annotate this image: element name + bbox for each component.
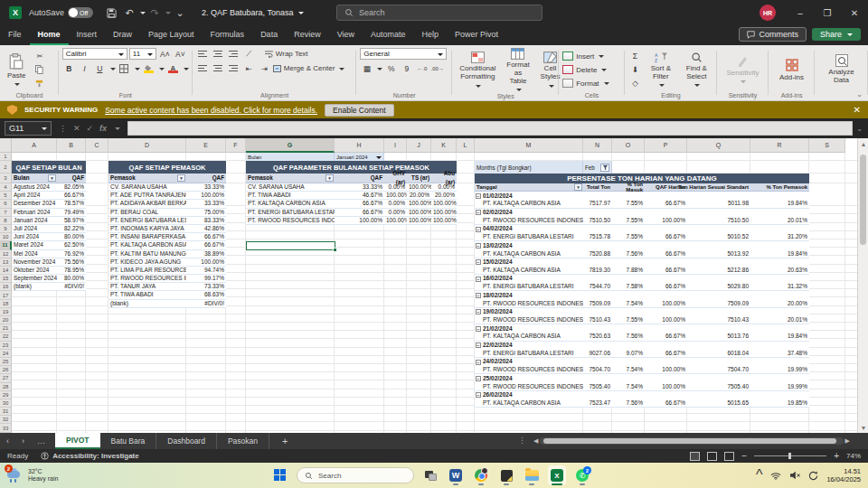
- date-group-row[interactable]: − 01/02/2024: [475, 192, 809, 200]
- sheet-tab[interactable]: PIVOT: [55, 433, 100, 449]
- table-row[interactable]: PT. KALTIM BATU MANUNGGAL 38.89%: [108, 250, 226, 258]
- row-header-7[interactable]: 7: [0, 209, 12, 217]
- table-row[interactable]: PT. LIMA PILAR RESOURCES 94.74%: [108, 267, 226, 275]
- undo-icon[interactable]: ↶: [121, 5, 137, 21]
- collapse-icon[interactable]: −: [476, 343, 481, 348]
- scroll-left-icon[interactable]: ◀: [533, 437, 538, 445]
- column-header-N[interactable]: N: [583, 138, 612, 153]
- underline-dropdown-icon[interactable]: [110, 68, 116, 73]
- accounting-format-icon[interactable]: ▦: [360, 62, 373, 74]
- page-layout-view-icon[interactable]: [707, 452, 717, 461]
- collapse-icon[interactable]: −: [476, 277, 481, 282]
- copy-icon[interactable]: [33, 64, 46, 76]
- table-row[interactable]: Maret 2024 62.50%: [12, 241, 86, 249]
- borders-dropdown-icon[interactable]: [135, 68, 140, 73]
- table-row[interactable]: PT. KALTAQA CARBON ASIA 7523.47 7.56% 66…: [475, 399, 809, 408]
- undo-dropdown-icon[interactable]: [140, 12, 146, 17]
- ribbon-tab[interactable]: Power Pivot: [447, 25, 506, 45]
- row-header-24[interactable]: 24: [0, 350, 12, 358]
- table-row[interactable]: PT. KALTAQA CARBON ASIA 7520.88 7.56% 66…: [475, 250, 809, 258]
- table-row[interactable]: Agustus 2024 82.05%: [12, 183, 86, 192]
- collapse-icon[interactable]: −: [476, 293, 481, 298]
- table-row[interactable]: PT. KALTAQA CARBON ASIA 7819.30 7.88% 66…: [475, 267, 809, 275]
- table-row[interactable]: PT. KIDECO JAYA AGUNG 100.00%: [108, 258, 226, 267]
- table-row[interactable]: PT. TANUR JAYA 73.33%: [108, 283, 226, 291]
- column-header-O[interactable]: O: [612, 138, 645, 153]
- row-header-30[interactable]: 30: [0, 399, 12, 408]
- align-center-icon[interactable]: [212, 62, 225, 74]
- table-row[interactable]: PT. ENERGI BATUBARA LESTARI 83.33%: [108, 217, 226, 225]
- bold-button[interactable]: B: [62, 62, 76, 74]
- ribbon-tab[interactable]: Help: [414, 25, 448, 45]
- table-row[interactable]: (blank) #DIV/0!: [12, 283, 86, 291]
- ribbon-tab[interactable]: Home: [30, 25, 69, 45]
- row-header-22[interactable]: 22: [0, 333, 12, 341]
- table-row[interactable]: PT. TIWA ABADI 46.67% 100.00% 20.00% 20.…: [246, 192, 457, 200]
- table-row[interactable]: PT. RWOOD RESOURCES INDONESIA 7510.50 7.…: [475, 217, 809, 225]
- table-row[interactable]: Oktober 2024 78.95%: [12, 267, 86, 275]
- sheet-grid[interactable]: ABCDEFGHIJKLMNOPQRS 12345678910111213141…: [0, 138, 868, 433]
- table-row[interactable]: PT. ADIDAYA AKBAR BERKARYA 33.33%: [108, 200, 226, 208]
- table-row[interactable]: Desember 2024 78.57%: [12, 200, 86, 208]
- date-group-row[interactable]: − 15/02/2024: [475, 258, 809, 267]
- align-left-icon[interactable]: [196, 62, 210, 74]
- row-header-9[interactable]: 9: [0, 225, 12, 233]
- align-top-icon[interactable]: [196, 48, 210, 60]
- table-row[interactable]: PT. INDOMAS KARYA JAYA 42.86%: [108, 225, 226, 233]
- accessibility-status[interactable]: Accessibility: Investigate: [41, 452, 139, 460]
- font-color-icon[interactable]: A: [166, 62, 180, 74]
- table-row[interactable]: PT. KALTAQA CARBON ASIA 7517.97 7.55% 66…: [475, 200, 809, 208]
- chrome-app-button[interactable]: [472, 465, 490, 485]
- column-header-C[interactable]: C: [86, 138, 108, 153]
- collapse-icon[interactable]: −: [476, 227, 481, 232]
- table-row[interactable]: PT. ENERGI BATUBARA LESTARI 7544.70 7.58…: [475, 283, 809, 291]
- row-header-8[interactable]: 8: [0, 217, 12, 225]
- user-avatar[interactable]: HR: [760, 5, 776, 21]
- orientation-icon[interactable]: ⟋: [242, 48, 256, 60]
- share-button[interactable]: Share: [812, 28, 861, 41]
- wrap-text-button[interactable]: Wrap Text: [265, 48, 308, 60]
- word-app-button[interactable]: W: [447, 465, 465, 485]
- column-header-M[interactable]: M: [475, 138, 583, 153]
- column-header-B[interactable]: B: [57, 138, 86, 153]
- table-row[interactable]: November 2024 75.56%: [12, 258, 86, 267]
- collapse-icon[interactable]: −: [476, 376, 481, 381]
- ribbon-tab[interactable]: Formulas: [203, 25, 253, 45]
- table-row[interactable]: PT. ENERGI BATUBARA LESTARI 66.67% 0.00%…: [246, 209, 457, 217]
- task-view-button[interactable]: [421, 465, 439, 485]
- column-header-R[interactable]: R: [750, 138, 809, 153]
- row-header-6[interactable]: 6: [0, 200, 12, 208]
- column-header-F[interactable]: F: [226, 138, 246, 153]
- filter-dropdown-icon[interactable]: ▾: [326, 174, 334, 182]
- row-header-18[interactable]: 18: [0, 300, 12, 308]
- zoom-slider[interactable]: [754, 455, 826, 456]
- column-header-L[interactable]: L: [457, 138, 475, 153]
- ribbon-tab[interactable]: Page Layout: [140, 25, 203, 45]
- filter-value[interactable]: Feb: [583, 161, 612, 174]
- increase-indent-icon[interactable]: ⇥: [258, 62, 271, 74]
- close-button[interactable]: ✕: [841, 0, 868, 25]
- select-all-corner[interactable]: [0, 138, 12, 153]
- save-icon[interactable]: [103, 5, 119, 21]
- column-header-A[interactable]: A: [12, 138, 57, 153]
- fill-color-dropdown-icon[interactable]: [159, 68, 165, 73]
- sheet-tab[interactable]: Pasokan: [217, 433, 269, 449]
- title-search-box[interactable]: Search: [336, 5, 542, 21]
- horizontal-scrollbar[interactable]: ◀ ▶: [533, 436, 850, 446]
- table-row[interactable]: PT. TIWA ABADI 68.63%: [108, 291, 226, 299]
- delete-cells-button[interactable]: Delete: [562, 64, 621, 76]
- decrease-indent-icon[interactable]: ⇤: [242, 62, 256, 74]
- insert-function-icon[interactable]: fx: [99, 124, 107, 133]
- format-cells-button[interactable]: Format: [562, 78, 621, 89]
- table-row[interactable]: PT. KALTAQA CARBON ASIA 7520.63 7.56% 66…: [475, 333, 809, 341]
- autosave-switch[interactable]: Off: [68, 7, 93, 18]
- column-header-E[interactable]: E: [186, 138, 226, 153]
- scroll-down-icon[interactable]: ▼: [858, 422, 868, 433]
- fill-icon[interactable]: ⬇: [628, 64, 642, 76]
- table-row[interactable]: PT. RWOOD RESOURCES INDONESIA 7509.09 7.…: [475, 300, 809, 308]
- table-row[interactable]: PT. RWOOD RESOURCES INDONESIA 100.00% 10…: [246, 217, 457, 225]
- column-header-S[interactable]: S: [809, 138, 845, 153]
- autosum-icon[interactable]: Σ: [628, 51, 642, 62]
- collapse-ribbon-icon[interactable]: ⌄: [856, 90, 863, 99]
- filter-dropdown-icon[interactable]: ▾: [574, 183, 582, 191]
